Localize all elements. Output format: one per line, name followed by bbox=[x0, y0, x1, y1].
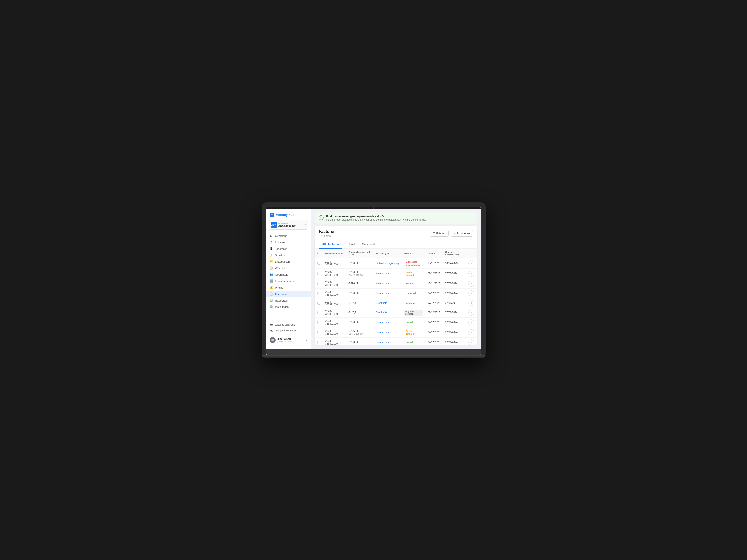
download-button-4[interactable]: ↑ bbox=[468, 300, 474, 306]
whitelist-nav-icon: 📋 bbox=[269, 266, 273, 270]
select-all-header bbox=[315, 248, 323, 258]
sidebar-item-gebruikers[interactable]: 👥Gebruikers bbox=[266, 271, 311, 278]
invoice-number: 2023-335891010 bbox=[325, 300, 338, 306]
invoice-number: 2023-335891010 bbox=[325, 310, 338, 316]
invoice-date: 07/12/2023 bbox=[428, 341, 440, 344]
invoice-date: 10/11/2023 bbox=[428, 282, 440, 285]
row-checkbox-7[interactable] bbox=[317, 331, 320, 334]
invoice-due-date: 07/01/2024 bbox=[445, 311, 458, 314]
col-date: Datum bbox=[425, 248, 443, 258]
screen-content: ✦ MobilityPlus ACA Organisatie ACA Group… bbox=[266, 209, 481, 349]
sidebar-item-sessies[interactable]: ⚡Sessies bbox=[266, 252, 311, 259]
gebruikers-nav-icon: 👥 bbox=[269, 273, 273, 276]
invoice-date: 07/12/2023 bbox=[428, 272, 440, 275]
tab-all-invoices[interactable]: Alle facturen bbox=[319, 240, 342, 248]
invoice-number: 2023-335891010 bbox=[325, 330, 338, 335]
download-button-3[interactable]: ↑ bbox=[468, 290, 474, 296]
invoice-type: Klantfactuur bbox=[376, 331, 389, 334]
table-row: 2023-335891010€ 296,11KlantfactuurOnbeta… bbox=[315, 288, 477, 298]
main-content: ✓ Er zijn momenteel geen openstaande sal… bbox=[311, 209, 481, 349]
sidebar-bottom-actions: 💳 Laadpas aanvragen 🔌 Laadpunt aanvragen… bbox=[266, 319, 311, 345]
row-checkbox-5[interactable] bbox=[317, 311, 320, 314]
invoice-due-date: 07/01/2024 bbox=[445, 331, 458, 334]
rapporten-nav-label: Rapporten bbox=[275, 299, 288, 302]
row-checkbox-8[interactable] bbox=[317, 341, 320, 344]
invoice-due-date: 10/12/2023 bbox=[445, 262, 458, 265]
invoice-due-date: 07/01/2024 bbox=[445, 341, 458, 344]
kilometerstanden-nav-icon: 🔢 bbox=[269, 279, 273, 283]
overzicht-nav-label: Overzicht bbox=[275, 234, 286, 237]
download-button-1[interactable]: ↑ bbox=[468, 271, 474, 277]
laadpassen-nav-icon: 💳 bbox=[269, 260, 273, 263]
row-checkbox-1[interactable] bbox=[317, 272, 320, 275]
facturen-nav-label: Facturen bbox=[275, 293, 286, 296]
user-profile-bar[interactable]: JH Jim Halpert jhalpert@dmifffin.c... ▾ bbox=[266, 335, 311, 345]
tabs-bar: Alle facturen Betaald Onbetaald bbox=[315, 240, 477, 248]
sidebar-item-toestellen[interactable]: 📱Toestellen bbox=[266, 245, 311, 252]
download-button-2[interactable]: ↑ bbox=[468, 281, 474, 287]
sidebar-item-whitelist[interactable]: 📋Whitelist bbox=[266, 265, 311, 271]
invoice-number: 2023-335891010 bbox=[325, 261, 338, 266]
sidebar-item-facturen[interactable]: 📄Facturen bbox=[266, 291, 311, 297]
sidebar-item-rapporten[interactable]: 📊Rapporten bbox=[266, 297, 311, 304]
laptop-base bbox=[262, 354, 486, 358]
content-title: Facturen bbox=[319, 230, 336, 234]
sidebar-item-locaties[interactable]: 📍Locaties bbox=[266, 239, 311, 245]
export-button[interactable]: ↓ Exporteren bbox=[450, 230, 473, 237]
user-chevron-icon: ▾ bbox=[306, 339, 307, 341]
download-button-7[interactable]: ↑ bbox=[468, 329, 474, 335]
sidebar-item-instellingen[interactable]: ⚙️Instellingen bbox=[266, 304, 311, 310]
row-checkbox-2[interactable] bbox=[317, 282, 320, 285]
invoice-type: Klantfactuur bbox=[376, 341, 389, 344]
table-row: 2023-335891010€ 296,11Due: € 125,88Klant… bbox=[315, 268, 477, 278]
sidebar-item-kilometerstanden[interactable]: 🔢Kilometerstanden bbox=[266, 278, 311, 284]
laptop-frame: ✦ MobilityPlus ACA Organisatie ACA Group… bbox=[262, 202, 486, 358]
sidebar-item-pricing[interactable]: 💰Pricing bbox=[266, 284, 311, 291]
download-button-5[interactable]: ↑ bbox=[468, 310, 474, 316]
invoice-amount: € 296,11 bbox=[349, 321, 371, 324]
invoice-amount: € 296,11 bbox=[349, 262, 371, 265]
laadpunt-label: Laadpunt aanvragen bbox=[275, 329, 298, 332]
invoice-due: Due: € 125,88 bbox=[349, 332, 371, 335]
filter-button[interactable]: ⊞ Filteren bbox=[430, 230, 449, 237]
table-header-row: Factuurnummer Factuurbedrag incl. BTW Fa… bbox=[315, 248, 477, 258]
invoice-amount: € 296,11 bbox=[349, 341, 371, 344]
row-checkbox-0[interactable] bbox=[317, 262, 320, 265]
laadpas-aanvragen-button[interactable]: 💳 Laadpas aanvragen bbox=[266, 322, 311, 328]
org-selector[interactable]: ACA Organisatie ACA Group NV ▾ bbox=[268, 220, 308, 230]
invoice-type: Klantfactuur bbox=[376, 292, 389, 295]
invoice-due-date: 07/01/2024 bbox=[445, 301, 458, 304]
row-checkbox-4[interactable] bbox=[317, 301, 320, 304]
sidebar-item-laadpassen[interactable]: 💳Laadpassen bbox=[266, 259, 311, 265]
download-button-8[interactable]: ↑ bbox=[468, 339, 474, 345]
tab-paid[interactable]: Betaald bbox=[342, 240, 358, 248]
invoice-amount: € 296,11 bbox=[349, 282, 371, 285]
logo-icon: ✦ bbox=[269, 213, 274, 217]
table-row: 2023-335891010€ 296,11KlantfactuurBetaal… bbox=[315, 337, 477, 345]
org-info: Organisatie ACA Group NV bbox=[278, 222, 303, 228]
laadpunt-aanvragen-button[interactable]: 🔌 Laadpunt aanvragen bbox=[266, 328, 311, 334]
locaties-nav-icon: 📍 bbox=[269, 241, 273, 244]
laptop-screen: ✦ MobilityPlus ACA Organisatie ACA Group… bbox=[266, 207, 481, 354]
facturen-nav-icon: 📄 bbox=[269, 292, 273, 296]
invoice-amount: € 296,11 bbox=[349, 292, 371, 295]
table-row: 2023-335891010€ 296,11Onkostenvergoeding… bbox=[315, 258, 477, 268]
sidebar-item-overzicht[interactable]: ⊞Overzicht bbox=[266, 233, 311, 239]
chevron-down-icon: ▾ bbox=[305, 224, 306, 226]
alert-banner: ✓ Er zijn momenteel geen openstaande sal… bbox=[315, 212, 477, 224]
toestellen-nav-label: Toestellen bbox=[275, 247, 287, 250]
row-checkbox-3[interactable] bbox=[317, 292, 320, 295]
status-badge: Betaald bbox=[404, 282, 416, 285]
row-checkbox-6[interactable] bbox=[317, 321, 320, 324]
col-type: Factuurtype bbox=[374, 248, 401, 258]
select-all-checkbox[interactable] bbox=[317, 252, 320, 255]
overdue-tag: ⚠Overschreden bbox=[404, 264, 423, 267]
sidebar: ✦ MobilityPlus ACA Organisatie ACA Group… bbox=[266, 209, 311, 349]
status-badge: Voldaan bbox=[404, 301, 417, 305]
tab-unpaid[interactable]: Onbetaald bbox=[358, 240, 378, 248]
download-button-6[interactable]: ↑ bbox=[468, 319, 474, 325]
download-button-0[interactable]: ↑ bbox=[468, 260, 474, 266]
org-avatar: ACA bbox=[271, 222, 277, 228]
invoice-due-date: 07/01/2024 bbox=[445, 282, 458, 285]
col-number: Factuurnummer bbox=[323, 248, 346, 258]
